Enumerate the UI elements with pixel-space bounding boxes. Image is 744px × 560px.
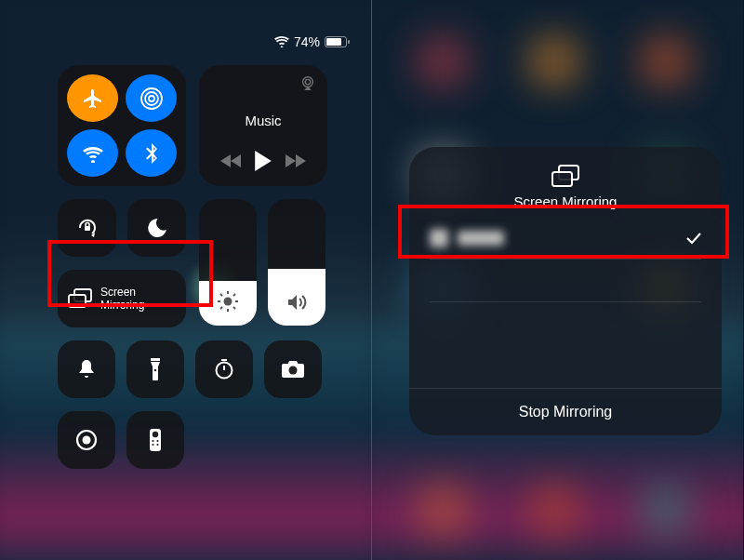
svg-point-27	[156, 440, 158, 442]
silent-toggle[interactable]	[58, 340, 115, 398]
svg-point-0	[149, 96, 154, 101]
svg-point-28	[152, 444, 153, 446]
checkmark-icon	[686, 232, 701, 245]
svg-point-6	[224, 298, 232, 306]
svg-point-29	[156, 444, 158, 446]
svg-line-13	[220, 307, 222, 309]
screen-mirroring-icon	[67, 288, 93, 309]
screen-mirroring-label-2: Mirroring	[100, 299, 144, 312]
apple-tv-remote-button[interactable]	[126, 411, 184, 469]
svg-line-11	[220, 294, 222, 296]
svg-rect-31	[552, 172, 572, 186]
airplane-mode-toggle[interactable]	[67, 74, 118, 122]
volume-icon	[286, 292, 308, 316]
battery-icon	[325, 36, 347, 47]
stop-mirroring-button[interactable]: Stop Mirroring	[409, 388, 722, 435]
svg-point-23	[83, 436, 91, 445]
svg-point-25	[153, 432, 158, 437]
orientation-lock-toggle[interactable]	[58, 199, 116, 257]
status-bar: 74%	[0, 32, 371, 52]
svg-point-4	[303, 77, 313, 87]
mirror-device-row-empty	[430, 302, 701, 345]
wifi-toggle[interactable]	[67, 129, 118, 177]
control-center: Music	[58, 65, 327, 469]
airplay-audio-icon[interactable]	[299, 74, 316, 91]
svg-point-3	[305, 79, 310, 84]
screen-mirroring-panel: Screen Mirroring Stop Mirroring	[409, 147, 722, 435]
mirror-device-row[interactable]	[430, 217, 701, 260]
screen-mirroring-button[interactable]: Screen Mirroring	[58, 270, 186, 327]
screen-mirroring-icon	[550, 164, 581, 188]
rewind-icon[interactable]	[220, 153, 241, 168]
svg-rect-16	[69, 295, 86, 307]
svg-line-12	[233, 307, 235, 309]
svg-point-1	[145, 92, 158, 105]
svg-point-26	[152, 440, 153, 442]
svg-line-14	[233, 294, 235, 296]
volume-slider[interactable]	[268, 199, 326, 326]
svg-point-17	[154, 369, 156, 371]
play-icon[interactable]	[255, 151, 272, 171]
screen-record-button[interactable]	[58, 411, 115, 469]
device-name-hidden	[458, 231, 504, 246]
forward-icon[interactable]	[286, 153, 306, 168]
device-icon	[430, 229, 448, 247]
music-title: Music	[210, 113, 316, 128]
camera-button[interactable]	[264, 340, 322, 398]
bluetooth-toggle[interactable]	[126, 129, 177, 177]
brightness-slider[interactable]	[199, 199, 257, 326]
svg-point-21	[289, 367, 298, 375]
wifi-status-icon	[274, 36, 289, 47]
brightness-icon	[217, 290, 239, 316]
mirror-device-row-empty	[430, 260, 701, 302]
flashlight-toggle[interactable]	[126, 340, 184, 398]
do-not-disturb-toggle[interactable]	[127, 199, 186, 257]
screen-mirroring-label-1: Screen	[100, 286, 144, 299]
mirror-panel-title: Screen Mirroring	[514, 193, 618, 209]
timer-button[interactable]	[195, 340, 253, 398]
battery-percent: 74%	[294, 34, 320, 49]
airdrop-toggle[interactable]	[126, 74, 177, 122]
connectivity-module	[58, 65, 186, 186]
svg-rect-5	[85, 226, 90, 231]
music-module[interactable]: Music	[199, 65, 327, 186]
